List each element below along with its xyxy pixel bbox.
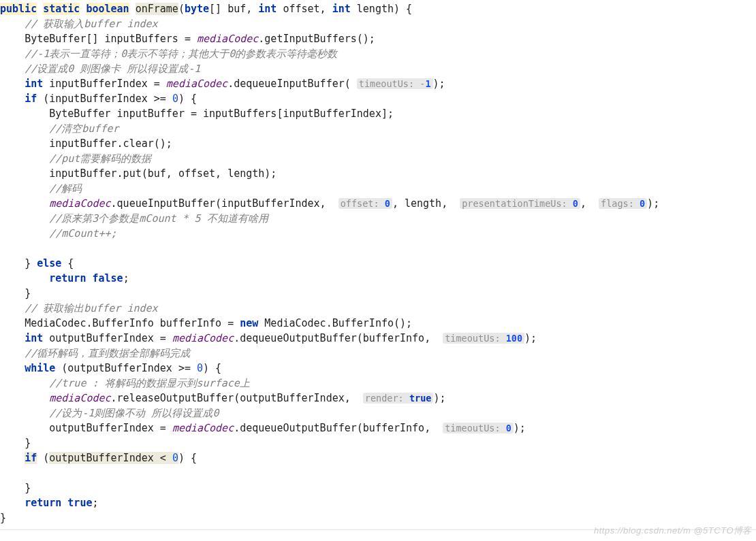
cond-hl: outputBufferIndex < 0: [49, 452, 178, 464]
code: .getInputBuffers();: [258, 33, 375, 45]
field: mediaCodec: [49, 197, 110, 210]
kw-while: while: [25, 362, 55, 374]
comment: //mCount++;: [49, 227, 116, 240]
code: outputBufferIndex =: [43, 332, 172, 344]
code: );: [514, 422, 526, 434]
kw-false: false: [92, 272, 123, 284]
hint: timeoutUs: 0: [443, 423, 514, 433]
param: [] buf,: [209, 3, 258, 15]
comment: //原来第3个参数是mCount * 5 不知道有啥用: [49, 212, 268, 225]
code: inputBuffer.put(buf, offset, length);: [49, 167, 277, 180]
comment: //清空buffer: [49, 122, 119, 135]
code: ,: [580, 197, 599, 210]
comment: // 获取输出buffer index: [25, 302, 157, 314]
field: mediaCodec: [172, 332, 234, 344]
code: .releaseOutputBuffer(outputBufferIndex,: [111, 392, 363, 404]
code: ;: [92, 497, 98, 509]
param: offset,: [277, 3, 332, 15]
code: ByteBuffer inputBuffer = inputBuffers[in…: [49, 108, 394, 120]
hint: timeoutUs: -1: [357, 78, 433, 89]
kw-else: else: [37, 257, 61, 269]
kw-return: return: [25, 497, 61, 509]
code: ;: [123, 272, 129, 284]
kw-int: int: [25, 332, 43, 344]
code: {: [61, 257, 74, 269]
comment: //解码: [49, 182, 82, 195]
kw-byte: byte: [185, 3, 209, 15]
watermark: https://blog.csdn.net/m @5TCTO博客: [594, 523, 752, 530]
kw-boolean: boolean: [86, 3, 129, 15]
code: );: [433, 392, 445, 404]
code: );: [524, 332, 537, 344]
hint: render: true: [363, 393, 434, 404]
code: (outputBufferIndex >=: [55, 362, 197, 374]
comment: //设为-1则图像不动 所以得设置成0: [49, 407, 219, 419]
code: .dequeueOutputBuffer(bufferInfo,: [234, 422, 443, 434]
comment: //-1表示一直等待；0表示不等待；其他大于0的参数表示等待毫秒数: [25, 48, 337, 60]
code: }: [25, 437, 31, 449]
num: 0: [172, 93, 178, 105]
code: (inputBufferIndex >=: [37, 93, 172, 105]
code: ByteBuffer[] inputBuffers =: [25, 33, 197, 45]
code: inputBufferIndex =: [43, 78, 166, 90]
hint: offset: 0: [338, 198, 392, 209]
code: }: [25, 257, 37, 269]
kw-if: if: [25, 452, 37, 464]
kw-static: static: [43, 3, 80, 15]
param: length) {: [351, 3, 412, 15]
comment: //设置成0 则图像卡 所以得设置成-1: [25, 63, 200, 75]
code: ) {: [203, 362, 221, 374]
comment: //true : 将解码的数据显示到surface上: [49, 377, 250, 389]
field: mediaCodec: [197, 33, 258, 45]
comment: //循环解码，直到数据全部解码完成: [25, 347, 190, 359]
method-name: onFrame: [136, 3, 178, 15]
kw-return: return: [49, 272, 86, 284]
code: outputBufferIndex =: [49, 422, 172, 434]
code: .dequeueOutputBuffer(bufferInfo,: [234, 332, 443, 344]
field: mediaCodec: [166, 78, 227, 90]
code: MediaCodec.BufferInfo();: [258, 317, 412, 329]
field: mediaCodec: [49, 392, 110, 404]
kw-if: if: [25, 93, 37, 105]
comment: // 获取输入buffer index: [25, 18, 157, 30]
comment: //put需要解码的数据: [49, 152, 151, 165]
kw-true: true: [67, 497, 92, 509]
num: 0: [197, 362, 203, 374]
code: );: [433, 78, 445, 90]
hint: flags: 0: [599, 198, 647, 209]
code: );: [647, 197, 659, 210]
code: , length,: [392, 197, 460, 210]
code: ) {: [178, 93, 197, 105]
kw-public: public: [0, 3, 37, 15]
kw-int: int: [258, 3, 277, 15]
hint: presentationTimeUs: 0: [460, 198, 580, 209]
hint: timeoutUs: 100: [443, 333, 524, 344]
code: .queueInputBuffer(inputBufferIndex,: [111, 197, 338, 210]
code: }: [25, 287, 31, 299]
code-block: public static boolean onFrame(byte[] buf…: [0, 0, 756, 525]
kw-int: int: [332, 3, 351, 15]
code: (: [37, 452, 49, 464]
kw-int: int: [25, 78, 43, 90]
code: }: [25, 482, 31, 494]
code: inputBuffer.clear();: [49, 137, 172, 150]
kw-new: new: [240, 317, 258, 329]
code: MediaCodec.BufferInfo bufferInfo =: [25, 317, 240, 329]
code: ) {: [178, 452, 197, 464]
field: mediaCodec: [172, 422, 234, 434]
code: .dequeueInputBuffer(: [227, 78, 357, 90]
code: }: [0, 512, 6, 524]
